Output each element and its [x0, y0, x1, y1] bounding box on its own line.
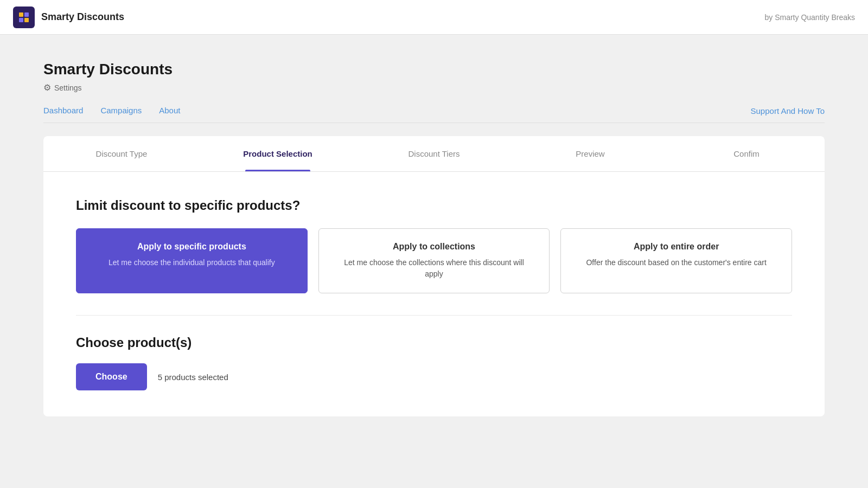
option-collections-desc: Let me choose the collections where this… [334, 257, 534, 280]
header-app-name: Smarty Discounts [41, 11, 124, 23]
svg-rect-2 [19, 18, 23, 22]
app-logo [13, 7, 35, 28]
main-card: Discount Type Product Selection Discount… [43, 136, 825, 416]
option-collections[interactable]: Apply to collections Let me choose the c… [318, 228, 550, 293]
option-entire-order[interactable]: Apply to entire order Offer the discount… [560, 228, 792, 293]
option-entire-order-desc: Offer the discount based on the customer… [576, 257, 776, 268]
tab-discount-tiers[interactable]: Discount Tiers [356, 136, 512, 171]
app-header: Smarty Discounts by Smarty Quantity Brea… [0, 0, 868, 35]
tab-preview[interactable]: Preview [512, 136, 668, 171]
choose-row: Choose 5 products selected [76, 363, 792, 390]
tab-confirm[interactable]: Confim [668, 136, 825, 171]
main-content: Smarty Discounts ⚙ Settings Dashboard Ca… [0, 35, 868, 442]
options-row: Apply to specific products Let me choose… [76, 228, 792, 293]
products-selected-text: 5 products selected [158, 373, 228, 382]
choose-button[interactable]: Choose [76, 363, 147, 390]
nav-row: Dashboard Campaigns About Support And Ho… [43, 106, 825, 123]
gear-icon: ⚙ [43, 82, 51, 93]
choose-section-title: Choose product(s) [76, 335, 792, 350]
option-specific-products-title: Apply to specific products [92, 242, 292, 252]
settings-label: Settings [54, 84, 82, 92]
page-title: Smarty Discounts [43, 61, 825, 78]
option-entire-order-title: Apply to entire order [576, 242, 776, 252]
settings-link[interactable]: ⚙ Settings [43, 82, 825, 93]
step-tabs: Discount Type Product Selection Discount… [43, 136, 825, 172]
tab-discount-type[interactable]: Discount Type [43, 136, 200, 171]
header-subtitle: by Smarty Quantity Breaks [764, 13, 855, 22]
header-left: Smarty Discounts [13, 7, 124, 28]
section-divider [76, 315, 792, 316]
tab-product-selection[interactable]: Product Selection [200, 136, 356, 171]
nav-campaigns[interactable]: Campaigns [100, 106, 142, 123]
section-title: Limit discount to specific products? [76, 198, 792, 213]
nav-about[interactable]: About [159, 106, 180, 123]
support-link[interactable]: Support And How To [751, 106, 825, 122]
option-specific-products[interactable]: Apply to specific products Let me choose… [76, 228, 308, 293]
svg-rect-0 [19, 12, 23, 17]
option-collections-title: Apply to collections [334, 242, 534, 252]
svg-rect-1 [24, 12, 29, 17]
nav-links: Dashboard Campaigns About [43, 106, 180, 123]
svg-rect-3 [24, 18, 29, 22]
option-specific-products-desc: Let me choose the individual products th… [92, 257, 292, 268]
nav-dashboard[interactable]: Dashboard [43, 106, 83, 123]
card-content: Limit discount to specific products? App… [43, 172, 825, 416]
